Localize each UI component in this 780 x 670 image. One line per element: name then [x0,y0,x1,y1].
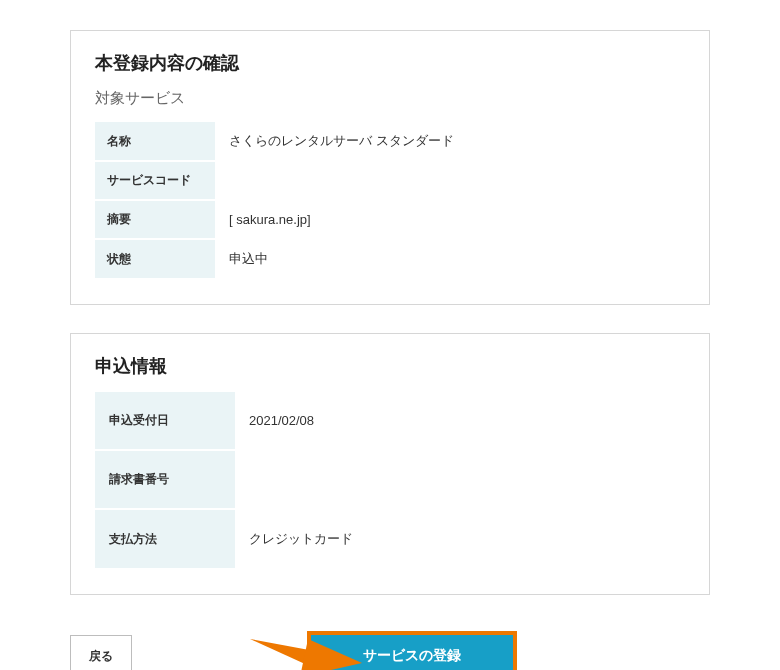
table-row: 申込受付日 2021/02/08 [95,392,685,450]
confirmation-title: 本登録内容の確認 [95,51,685,75]
application-panel: 申込情報 申込受付日 2021/02/08 請求書番号 支払方法 クレジットカー… [70,333,710,595]
summary-value: [ sakura.ne.jp] [215,200,685,239]
name-value: さくらのレンタルサーバ スタンダード [215,122,685,161]
table-row: 請求書番号 [95,450,685,509]
service-code-value [215,161,685,200]
service-code-label: サービスコード [95,161,215,200]
application-title: 申込情報 [95,354,685,378]
button-row: 戻る サービスの登録 [70,631,710,670]
received-date-label: 申込受付日 [95,392,235,450]
confirmation-panel: 本登録内容の確認 対象サービス 名称 さくらのレンタルサーバ スタンダード サー… [70,30,710,305]
invoice-number-label: 請求書番号 [95,450,235,509]
status-value: 申込中 [215,239,685,279]
table-row: サービスコード [95,161,685,200]
payment-method-label: 支払方法 [95,509,235,569]
target-service-subheading: 対象サービス [95,89,685,108]
summary-label: 摘要 [95,200,215,239]
status-label: 状態 [95,239,215,279]
table-row: 名称 さくらのレンタルサーバ スタンダード [95,122,685,161]
invoice-number-value [235,450,685,509]
back-button[interactable]: 戻る [70,635,132,671]
table-row: 摘要 [ sakura.ne.jp] [95,200,685,239]
register-service-button[interactable]: サービスの登録 [307,631,517,670]
table-row: 状態 申込中 [95,239,685,279]
payment-method-value: クレジットカード [235,509,685,569]
received-date-value: 2021/02/08 [235,392,685,450]
name-label: 名称 [95,122,215,161]
service-detail-table: 名称 さくらのレンタルサーバ スタンダード サービスコード 摘要 [ sakur… [95,122,685,280]
table-row: 支払方法 クレジットカード [95,509,685,569]
application-detail-table: 申込受付日 2021/02/08 請求書番号 支払方法 クレジットカード [95,392,685,570]
